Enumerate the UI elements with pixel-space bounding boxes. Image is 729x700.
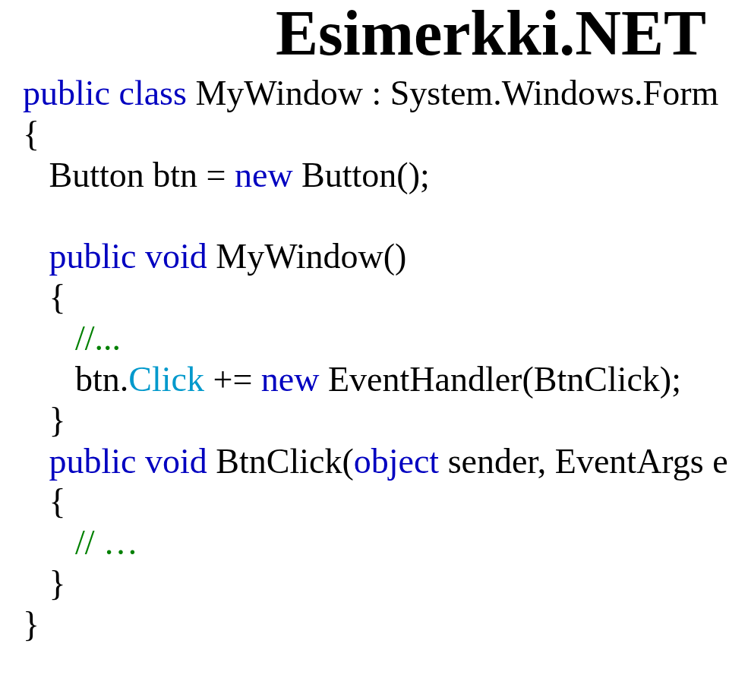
code-text: } (23, 605, 39, 644)
code-text: { (23, 278, 66, 317)
kw-public-void: public void (23, 237, 207, 276)
code-block: public class MyWindow : System.Windows.F… (23, 67, 706, 645)
code-text: sender, EventArgs e) (439, 442, 729, 481)
kw-new: new (261, 360, 320, 399)
code-text: } (23, 401, 66, 440)
member-click: Click (128, 360, 204, 399)
code-text: MyWindow : System.Windows.Form (187, 74, 718, 112)
code-text: MyWindow() (207, 237, 407, 276)
kw-public-void: public void (23, 442, 207, 481)
code-text: Button(); (293, 156, 430, 194)
code-text: } (23, 564, 66, 603)
code-text: Button btn = (23, 156, 235, 194)
code-text: EventHandler(BtnClick); (319, 360, 681, 399)
code-text: += (204, 360, 261, 399)
code-text: BtnClick( (207, 442, 354, 481)
slide-title: Esimerkki.NET (23, 0, 706, 67)
slide-page: Esimerkki.NET public class MyWindow : Sy… (0, 0, 729, 700)
kw-object: object (354, 442, 439, 481)
code-text: btn. (23, 360, 128, 399)
comment: //... (23, 319, 121, 358)
kw-new: new (235, 156, 293, 194)
comment: // … (23, 523, 138, 562)
code-text: { (23, 115, 39, 153)
kw-public-class: public class (23, 74, 187, 112)
code-text: { (23, 482, 66, 521)
